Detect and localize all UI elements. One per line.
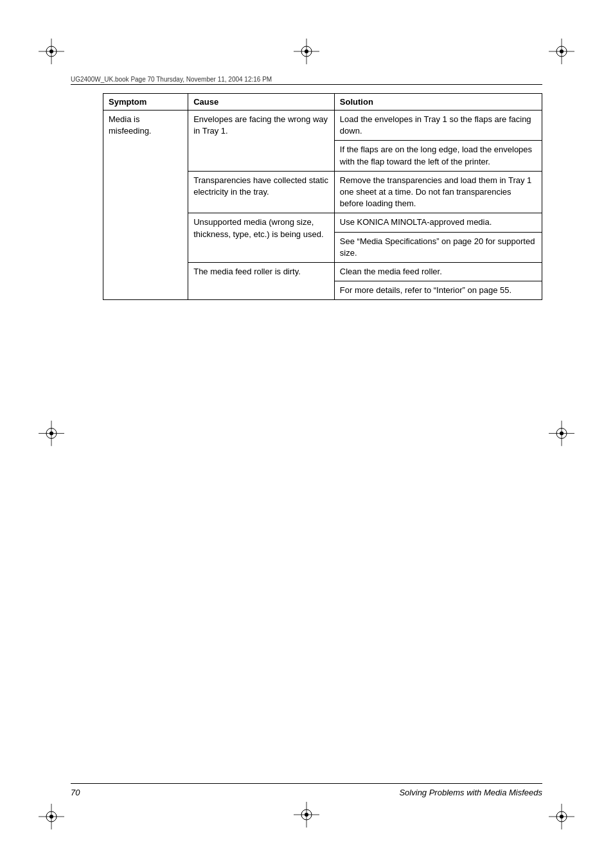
solution-cell-unsupported-1: Use KONICA MINOLTA-approved media.	[334, 213, 542, 232]
mid-mark-left	[39, 420, 64, 448]
col-header-cause: Cause	[188, 94, 335, 111]
symptom-cell-misfeeding: Media is misfeeding.	[103, 111, 188, 300]
table-header-row: Symptom Cause Solution	[103, 94, 542, 111]
cause-cell-unsupported: Unsupported media (wrong size, thickness…	[188, 213, 335, 263]
mid-mark-top	[294, 39, 319, 66]
corner-mark-tr	[549, 39, 574, 64]
col-header-symptom: Symptom	[103, 94, 188, 111]
header-line: UG2400W_UK.book Page 70 Thursday, Novemb…	[71, 76, 542, 85]
cause-cell-dirty-roller: The media feed roller is dirty.	[188, 262, 335, 299]
mid-mark-bottom	[294, 802, 319, 829]
solution-cell-dirty-roller-2: For more details, refer to “Interior” on…	[334, 281, 542, 300]
col-header-solution: Solution	[334, 94, 542, 111]
corner-mark-bl	[39, 804, 64, 829]
solution-cell-unsupported-2: See “Media Specifications” on page 20 fo…	[334, 232, 542, 262]
mid-mark-right	[549, 420, 574, 448]
corner-mark-tl	[39, 39, 64, 64]
corner-mark-br	[549, 804, 574, 829]
solution-cell-envelopes-1: Load the envelopes in Tray 1 so the flap…	[334, 111, 542, 141]
solution-cell-envelopes-2: If the flaps are on the long edge, load …	[334, 141, 542, 171]
troubleshooting-table: Symptom Cause Solution Media is misfeedi…	[103, 93, 542, 300]
content-area: Symptom Cause Solution Media is misfeedi…	[103, 93, 542, 300]
header-book-ref: UG2400W_UK.book Page 70 Thursday, Novemb…	[71, 76, 272, 83]
table-row: Media is misfeeding. Envelopes are facin…	[103, 111, 542, 141]
footer-page-number: 70	[71, 788, 80, 797]
solution-cell-dirty-roller-1: Clean the media feed roller.	[334, 262, 542, 281]
footer: 70 Solving Problems with Media Misfeeds	[71, 783, 542, 797]
solution-cell-transparencies: Remove the transparencies and load them …	[334, 171, 542, 213]
cause-cell-transparencies: Transparencies have collected static ele…	[188, 171, 335, 213]
cause-cell-envelopes: Envelopes are facing the wrong way in Tr…	[188, 111, 335, 172]
footer-title: Solving Problems with Media Misfeeds	[399, 788, 542, 797]
